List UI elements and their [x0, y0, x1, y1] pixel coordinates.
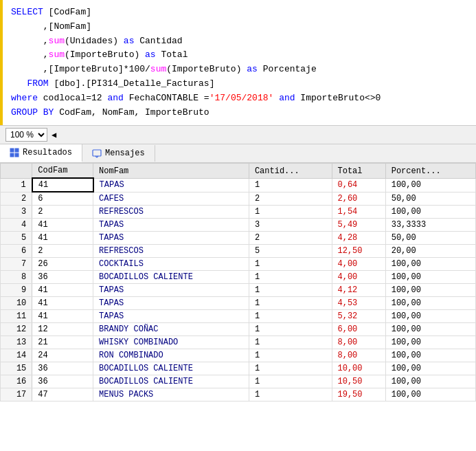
table-row[interactable]: 62REFRESCOS512,5020,00: [1, 245, 476, 258]
zoom-bar: 100 %75 %50 %150 % ◀: [0, 125, 476, 144]
porcentaje-cell: 100,00: [385, 375, 475, 388]
total-cell: 12,50: [332, 245, 385, 258]
codfam-cell[interactable]: 2: [32, 245, 93, 258]
total-cell: 4,53: [332, 297, 385, 310]
cantidad-cell: 1: [249, 271, 332, 284]
svg-rect-1: [15, 148, 19, 152]
cantidad-cell: 1: [249, 362, 332, 375]
nomfam-cell[interactable]: MENUS PACKS: [93, 388, 249, 402]
codfam-cell[interactable]: 6: [32, 192, 93, 206]
nomfam-cell[interactable]: TAPAS: [93, 297, 249, 310]
codfam-cell[interactable]: 26: [32, 258, 93, 271]
cantidad-cell: 1: [249, 284, 332, 297]
zoom-select[interactable]: 100 %75 %50 %150 %: [5, 128, 47, 142]
codfam-cell[interactable]: 21: [32, 336, 93, 349]
table-row[interactable]: 541TAPAS24,2850,00: [1, 232, 476, 245]
table-row[interactable]: 26CAFES22,6050,00: [1, 192, 476, 206]
cantidad-cell: 3: [249, 219, 332, 232]
codfam-cell[interactable]: 36: [32, 271, 93, 284]
tab-resultados[interactable]: Resultados: [0, 144, 82, 162]
total-cell: 5,49: [332, 219, 385, 232]
svg-rect-2: [10, 153, 14, 157]
codfam-cell[interactable]: 24: [32, 349, 93, 362]
col-header-5: Porcent...: [385, 164, 475, 179]
porcentaje-cell: 50,00: [385, 192, 475, 206]
nomfam-cell[interactable]: REFRESCOS: [93, 206, 249, 219]
nomfam-cell[interactable]: TAPAS: [93, 310, 249, 323]
cantidad-cell: 1: [249, 178, 332, 192]
nomfam-cell[interactable]: TAPAS: [93, 284, 249, 297]
codfam-cell[interactable]: 41: [32, 310, 93, 323]
codfam-cell[interactable]: 41: [32, 219, 93, 232]
table-row[interactable]: 1536BOCADILLOS CALIENTE110,00100,00: [1, 362, 476, 375]
cantidad-cell: 1: [249, 258, 332, 271]
sql-editor[interactable]: SELECT [CodFam] ,[NomFam] ,sum(Unidades)…: [0, 0, 476, 125]
row-number: 13: [1, 336, 32, 349]
row-number: 11: [1, 310, 32, 323]
tab-label-mensajes: Mensajes: [105, 148, 145, 158]
nomfam-cell[interactable]: REFRESCOS: [93, 245, 249, 258]
total-cell: 10,50: [332, 375, 385, 388]
nomfam-cell[interactable]: BOCADILLOS CALIENTE: [93, 271, 249, 284]
tab-mensajes[interactable]: Mensajes: [82, 145, 155, 162]
table-row[interactable]: 141TAPAS10,64100,00: [1, 178, 476, 192]
total-cell: 8,00: [332, 336, 385, 349]
nomfam-cell[interactable]: BOCADILLOS CALIENTE: [93, 362, 249, 375]
porcentaje-cell: 100,00: [385, 178, 475, 192]
codfam-cell[interactable]: 12: [32, 323, 93, 336]
table-row[interactable]: 1424RON COMBINADO18,00100,00: [1, 349, 476, 362]
total-cell: 1,54: [332, 206, 385, 219]
table-row[interactable]: 726COCKTAILS14,00100,00: [1, 258, 476, 271]
row-number: 7: [1, 258, 32, 271]
nomfam-cell[interactable]: TAPAS: [93, 178, 249, 192]
porcentaje-cell: 100,00: [385, 206, 475, 219]
porcentaje-cell: 100,00: [385, 323, 475, 336]
scroll-left-icon[interactable]: ◀: [52, 130, 56, 140]
sql-line-l5: ,[ImporteBruto]*100/sum(ImporteBruto) as…: [8, 63, 476, 77]
svg-rect-0: [10, 148, 14, 152]
table-row[interactable]: 1141TAPAS15,32100,00: [1, 310, 476, 323]
cantidad-cell: 1: [249, 375, 332, 388]
nomfam-cell[interactable]: COCKTAILS: [93, 258, 249, 271]
table-row[interactable]: 441TAPAS35,4933,3333: [1, 219, 476, 232]
codfam-cell[interactable]: 41: [32, 297, 93, 310]
tab-label-resultados: Resultados: [23, 148, 72, 157]
porcentaje-cell: 50,00: [385, 232, 475, 245]
table-row[interactable]: 1747MENUS PACKS119,50100,00: [1, 388, 476, 402]
results-container[interactable]: CodFamNomFamCantid...TotalPorcent... 141…: [0, 163, 476, 402]
codfam-cell[interactable]: 36: [32, 362, 93, 375]
table-row[interactable]: 1041TAPAS14,53100,00: [1, 297, 476, 310]
row-number: 2: [1, 192, 32, 206]
table-row[interactable]: 1636BOCADILLOS CALIENTE110,50100,00: [1, 375, 476, 388]
codfam-cell[interactable]: 2: [32, 206, 93, 219]
table-row[interactable]: 1321WHISKY COMBINADO18,00100,00: [1, 336, 476, 349]
codfam-cell[interactable]: 47: [32, 388, 93, 402]
table-row[interactable]: 836BOCADILLOS CALIENTE14,00100,00: [1, 271, 476, 284]
codfam-cell[interactable]: 41: [32, 284, 93, 297]
nomfam-cell[interactable]: RON COMBINADO: [93, 349, 249, 362]
nomfam-cell[interactable]: TAPAS: [93, 232, 249, 245]
cantidad-cell: 1: [249, 388, 332, 402]
table-row[interactable]: 1212BRANDY COÑAC16,00100,00: [1, 323, 476, 336]
cantidad-cell: 1: [249, 323, 332, 336]
table-row[interactable]: 941TAPAS14,12100,00: [1, 284, 476, 297]
svg-rect-3: [15, 153, 19, 157]
col-header-3: Cantid...: [249, 164, 332, 179]
nomfam-cell[interactable]: CAFES: [93, 192, 249, 206]
cantidad-cell: 1: [249, 349, 332, 362]
sql-line-l7: where codlocal=12 and FechaCONTABLE ='17…: [8, 91, 476, 106]
row-number: 16: [1, 375, 32, 388]
row-number: 14: [1, 349, 32, 362]
codfam-cell[interactable]: 36: [32, 375, 93, 388]
porcentaje-cell: 100,00: [385, 284, 475, 297]
codfam-cell[interactable]: 41: [32, 232, 93, 245]
codfam-cell[interactable]: 41: [32, 178, 93, 192]
nomfam-cell[interactable]: TAPAS: [93, 219, 249, 232]
sql-line-l4: ,sum(ImporteBruto) as Total: [8, 48, 476, 63]
nomfam-cell[interactable]: WHISKY COMBINADO: [93, 336, 249, 349]
table-row[interactable]: 32REFRESCOS11,54100,00: [1, 206, 476, 219]
results-table: CodFamNomFamCantid...TotalPorcent... 141…: [0, 163, 476, 402]
nomfam-cell[interactable]: BOCADILLOS CALIENTE: [93, 375, 249, 388]
col-header-4: Total: [332, 164, 385, 179]
nomfam-cell[interactable]: BRANDY COÑAC: [93, 323, 249, 336]
